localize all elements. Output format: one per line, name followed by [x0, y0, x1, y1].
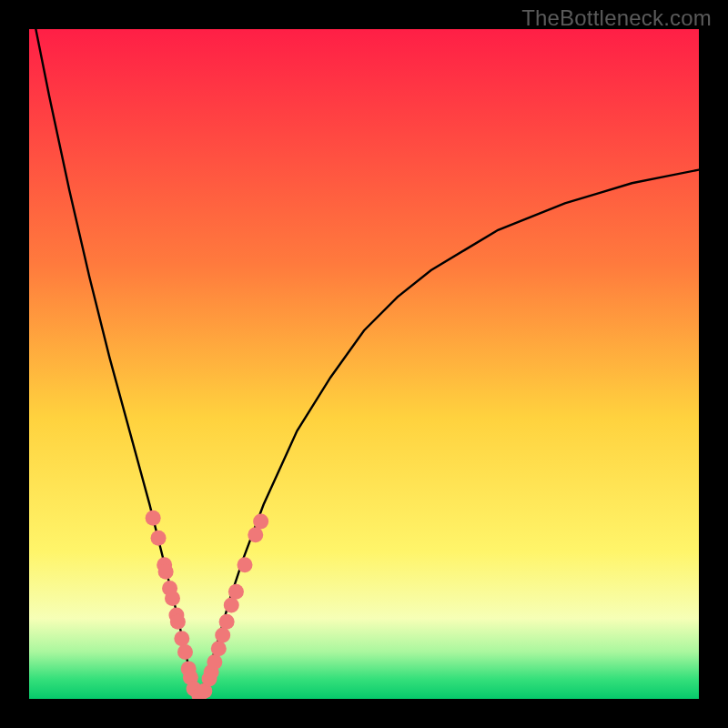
data-dot — [170, 614, 186, 630]
data-dot — [158, 564, 174, 580]
data-dot — [248, 527, 263, 542]
data-dot — [165, 591, 180, 606]
data-dot — [211, 641, 227, 656]
data-dot — [215, 628, 230, 643]
data-dot — [151, 531, 167, 546]
data-dot — [224, 597, 239, 612]
data-dot — [146, 511, 161, 526]
data-dot — [253, 513, 268, 529]
watermark-text: TheBottleneck.com — [521, 5, 712, 31]
chart-frame: TheBottleneck.com — [0, 0, 728, 728]
data-dot — [228, 584, 244, 600]
data-dots — [146, 511, 269, 699]
data-dot — [177, 644, 193, 660]
bottleneck-curve — [29, 29, 699, 699]
curve-path — [29, 29, 699, 699]
data-dot — [174, 631, 189, 646]
plot-area — [29, 29, 699, 699]
data-dot — [219, 614, 235, 630]
data-dot — [237, 557, 252, 572]
data-dot — [207, 654, 222, 670]
